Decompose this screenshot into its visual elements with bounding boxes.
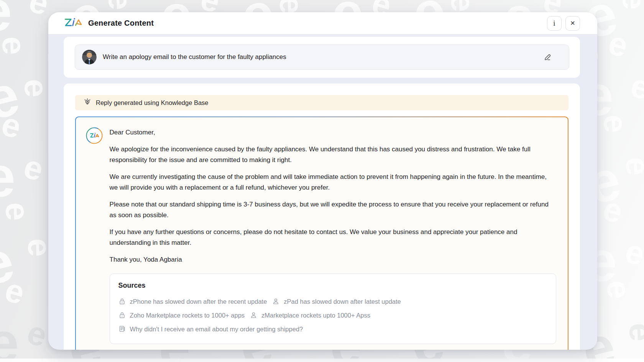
reply-card: Reply generated using Knowledge Base [64, 84, 580, 350]
source-row: Zoho Marketplace rockets to 1000+ appszM… [118, 308, 547, 322]
watermark-e-glyph: e [24, 315, 51, 352]
zia-circle-icon [86, 127, 103, 144]
watermark-e-glyph: e [446, 0, 480, 12]
watermark-e-glyph: e [627, 68, 644, 105]
source-text: zPhone has slowed down after the recent … [130, 296, 267, 307]
watermark-e-glyph: e [0, 36, 31, 56]
watermark-e-glyph: e [0, 314, 19, 362]
page-title: Generate Content [88, 19, 154, 28]
sources-title: Sources [118, 280, 547, 291]
modal-body: Write an apology email to the customer f… [48, 34, 597, 350]
watermark-e-glyph: e [20, 149, 47, 186]
watermark-e-glyph: e [104, 0, 137, 10]
watermark-e-glyph: e [618, 0, 644, 10]
banner-text: Reply generated using Knowledge Base [96, 99, 209, 106]
info-button[interactable]: i [547, 16, 562, 31]
prompt-text: Write an apology email to the customer f… [103, 53, 543, 61]
bulb-idea-icon [84, 98, 91, 107]
source-text: Zoho Marketplace rockets to 1000+ apps [130, 310, 245, 321]
message-salutation: Dear Customer, [110, 127, 557, 138]
watermark-e-glyph: e [1, 202, 34, 221]
lock-icon [118, 311, 126, 319]
close-button[interactable]: ✕ [565, 16, 580, 31]
modal-header: Generate Content i ✕ [48, 12, 597, 34]
source-row: zPhone has slowed down after the recent … [118, 295, 547, 308]
message-paragraph: If you have any further questions or con… [110, 227, 557, 248]
source-text: zPad has slowed down after latest update [284, 296, 401, 307]
source-text: zMarketplace rockets upto 1000+ Apss [261, 310, 370, 321]
zia-logo-icon [64, 16, 84, 30]
source-item[interactable]: Zoho Marketplace rockets to 1000+ apps [118, 310, 245, 321]
message-paragraph: We apologize for the inconvenience cause… [110, 144, 557, 165]
message-paragraph: Please note that our standard shipping t… [110, 199, 557, 221]
source-row: Why didn't I receive an email about my o… [118, 322, 547, 336]
source-item[interactable]: zMarketplace rockets upto 1000+ Apss [250, 310, 370, 321]
watermark-e-glyph: e [624, 323, 644, 342]
prompt-row: Write an apology email to the customer f… [75, 44, 569, 70]
bottom-highlight-strip [0, 359, 644, 362]
sources-list: zPhone has slowed down after the recent … [118, 295, 547, 336]
watermark-e-glyph: e [622, 234, 644, 271]
message-column: Dear Customer, We apologize for the inco… [110, 127, 557, 344]
reply-content-box: Dear Customer, We apologize for the inco… [76, 117, 568, 350]
message-signoff: Thank you, Yoda Agbaria [110, 254, 557, 265]
watermark-e-glyph: e [602, 280, 636, 300]
lock-icon [118, 298, 126, 305]
person-icon [250, 311, 257, 319]
source-item[interactable]: zPhone has slowed down after the recent … [118, 296, 267, 307]
sources-box: Sources zPhone has slowed down after the… [110, 274, 557, 344]
prompt-card: Write an apology email to the customer f… [64, 37, 580, 78]
edit-pencil-icon[interactable] [543, 52, 553, 62]
user-avatar [82, 50, 97, 64]
reply-gradient-border: Dear Customer, We apologize for the inco… [75, 116, 568, 350]
watermark-e-glyph: e [621, 157, 644, 176]
watermark-e-glyph: e [0, 0, 12, 39]
message-paragraph: We are currently investigating the cause… [110, 172, 557, 193]
watermark-e-glyph: e [26, 0, 53, 20]
watermark-e-glyph: e [599, 114, 632, 134]
source-item[interactable]: zPad has slowed down after latest update [272, 296, 401, 307]
watermark-e-glyph: e [0, 149, 15, 205]
document-icon [118, 325, 126, 333]
source-text: Why didn't I receive an email about my o… [130, 324, 303, 334]
generate-content-modal: Generate Content i ✕ [48, 12, 597, 350]
person-icon [272, 298, 279, 305]
source-item[interactable]: Why didn't I receive an email about my o… [118, 324, 303, 334]
message-paragraphs: We apologize for the inconvenience cause… [110, 144, 557, 248]
knowledge-base-banner: Reply generated using Knowledge Base [75, 95, 568, 110]
